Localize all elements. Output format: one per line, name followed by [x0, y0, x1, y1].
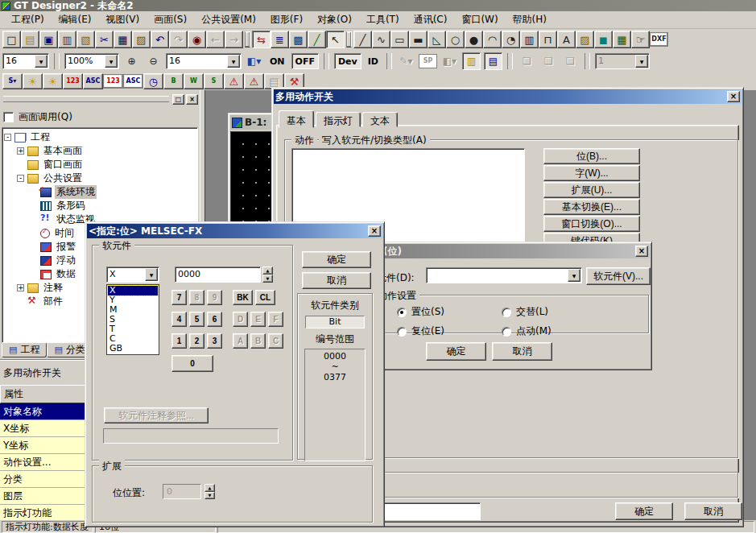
copy-icon[interactable]: ▦ [114, 31, 132, 48]
object-select-icon[interactable]: S▾ [2, 73, 23, 89]
data-list-icon[interactable]: ▤ [484, 52, 502, 70]
cancel-button[interactable]: 取消 [684, 502, 742, 520]
dialog-tab[interactable]: 指示灯 [316, 112, 361, 127]
tree-item[interactable]: + 基本画面 [2, 144, 197, 158]
list-item[interactable]: M [108, 305, 158, 315]
screen-call-checkbox[interactable] [3, 112, 14, 122]
keypad-key[interactable]: 9 [207, 290, 222, 305]
dialog-tab[interactable]: 基本 [279, 110, 314, 128]
paste-icon[interactable]: ▨ [132, 31, 151, 48]
list-item[interactable]: X [108, 286, 158, 295]
object-name-field[interactable] [382, 502, 481, 520]
tree-expander[interactable]: - [4, 134, 11, 141]
layer-mid-icon[interactable]: ❏ [539, 52, 558, 70]
spinner-down-icon[interactable]: ▼ [204, 492, 215, 500]
zoom-out-icon[interactable]: ⊖ [144, 52, 163, 70]
menu-item[interactable]: 画面(S) [147, 11, 193, 28]
action-type-button[interactable]: 窗口切换(O)... [543, 216, 640, 232]
dialog-titlebar[interactable]: 多用动作开关 × [274, 89, 742, 104]
dialog-tab[interactable]: 文本 [362, 112, 398, 127]
text-tool-icon[interactable]: A [557, 31, 576, 48]
screen-image-icon[interactable]: ⇆ [252, 31, 271, 48]
drag-grip[interactable] [3, 96, 169, 102]
list-item[interactable]: S [108, 315, 158, 324]
screen-list-icon[interactable]: ≣ [271, 31, 289, 48]
save-screen-icon[interactable]: ▥ [58, 31, 76, 48]
chevron-down-icon[interactable]: ▼ [227, 55, 240, 68]
cancel-button[interactable]: 取消 [492, 342, 552, 361]
action-radio[interactable]: 置位(S) [397, 305, 502, 319]
comment-simple-icon[interactable]: S [204, 73, 224, 89]
keypad-key[interactable]: D [233, 312, 248, 327]
keypad-key[interactable]: 3 [207, 333, 222, 349]
keypad-key[interactable]: 0 [171, 355, 213, 372]
keypad-key[interactable]: 8 [189, 290, 204, 305]
close-icon[interactable]: × [368, 225, 381, 237]
ok-button[interactable]: 确定 [302, 251, 371, 268]
ok-button[interactable]: 确定 [426, 342, 486, 361]
tree-expander[interactable]: - [17, 175, 24, 182]
keypad-key[interactable]: F [268, 312, 283, 327]
id-view-button[interactable]: ID [365, 53, 382, 69]
action-type-button[interactable]: 扩展(U)... [543, 182, 640, 198]
dialog-titlebar[interactable]: (位) × [361, 244, 650, 258]
piping-tool-icon[interactable]: ⊓ [539, 31, 557, 48]
device-window-icon[interactable]: ▥ [462, 52, 481, 70]
keypad-key[interactable]: BK [233, 290, 253, 305]
menu-item[interactable]: 帮助(H) [506, 11, 553, 28]
numeric-input-icon[interactable]: 123 [103, 74, 123, 89]
action-type-button[interactable]: 位(B)... [543, 148, 640, 164]
tree-expander[interactable]: + [17, 284, 24, 291]
preview-icon[interactable]: ◉ [188, 31, 206, 48]
action-type-button[interactable]: 字(W)... [543, 165, 640, 181]
keypad-key[interactable]: CL [255, 290, 275, 305]
zoom-combo[interactable]: 100% ▼ [64, 53, 119, 69]
menu-item[interactable]: 对象(O) [311, 11, 358, 28]
scale-tool-icon[interactable]: ▥ [520, 31, 539, 48]
filled-rect-tool-icon[interactable]: ▬ [409, 31, 428, 48]
tree-item[interactable]: 条形码 [2, 199, 197, 213]
keypad-key[interactable]: B [250, 333, 266, 349]
word-lamp-icon[interactable]: ☀ [43, 73, 63, 89]
menu-item[interactable]: 公共设置(M) [195, 11, 262, 28]
comment-word-icon[interactable]: W [184, 73, 204, 89]
bit-position-field[interactable]: 0 [163, 484, 201, 499]
screen-set-icon[interactable]: ▩ [289, 31, 308, 48]
number-spinner[interactable]: ▲ ▼ [262, 266, 273, 283]
keypad-key[interactable]: 6 [207, 312, 222, 327]
list-item[interactable]: GB [108, 344, 158, 353]
cut-icon[interactable]: ✂ [95, 31, 114, 48]
dock-header[interactable]: □ × [0, 90, 200, 108]
device-type-combo[interactable]: X ▼ [106, 266, 159, 283]
keypad-key[interactable]: A [233, 333, 248, 349]
filled-circle-tool-icon[interactable]: ● [465, 31, 483, 48]
keypad-key[interactable]: 4 [171, 312, 187, 327]
alarm-history-icon[interactable]: ⚠ [224, 73, 244, 89]
tree-item[interactable]: - 工程 [2, 130, 197, 144]
tree-item[interactable]: 系统环境 [2, 185, 197, 199]
sector-tool-icon[interactable]: ◔ [502, 31, 520, 48]
fill-color-icon[interactable]: ◧▾ [245, 52, 263, 70]
comment-bit-icon[interactable]: B [163, 73, 184, 89]
open-file-icon[interactable]: ▤ [21, 31, 39, 48]
spinner-down-icon[interactable]: ▼ [262, 275, 273, 283]
ascii-display-icon[interactable]: ASC [83, 73, 103, 89]
grid-off-button[interactable]: OFF [291, 53, 319, 69]
forward-icon[interactable]: → [225, 31, 243, 48]
paint-style-icon[interactable]: ◧▾ [440, 52, 459, 70]
chevron-down-icon[interactable]: ▼ [105, 55, 118, 68]
menu-item[interactable]: 通讯(C) [407, 11, 454, 28]
device-view-button[interactable]: Dev [334, 53, 361, 69]
select-cursor-icon[interactable]: ↖ [326, 31, 345, 48]
menu-item[interactable]: 窗口(W) [455, 11, 504, 28]
chevron-down-icon[interactable]: ▼ [635, 55, 648, 68]
paint-tool-icon[interactable]: ▨ [576, 31, 594, 48]
keypad-key[interactable]: 1 [171, 333, 187, 349]
keypad-key[interactable]: 2 [189, 333, 204, 349]
pen-style-icon[interactable]: ✎▾ [397, 52, 415, 70]
polygon-tool-icon[interactable]: ◺ [428, 31, 446, 48]
new-file-icon[interactable]: □ [2, 31, 21, 48]
chevron-down-icon[interactable]: ▼ [145, 268, 158, 281]
undo-icon[interactable]: ↶ [151, 31, 169, 48]
draw-pen-icon[interactable]: ╱ [308, 31, 326, 48]
